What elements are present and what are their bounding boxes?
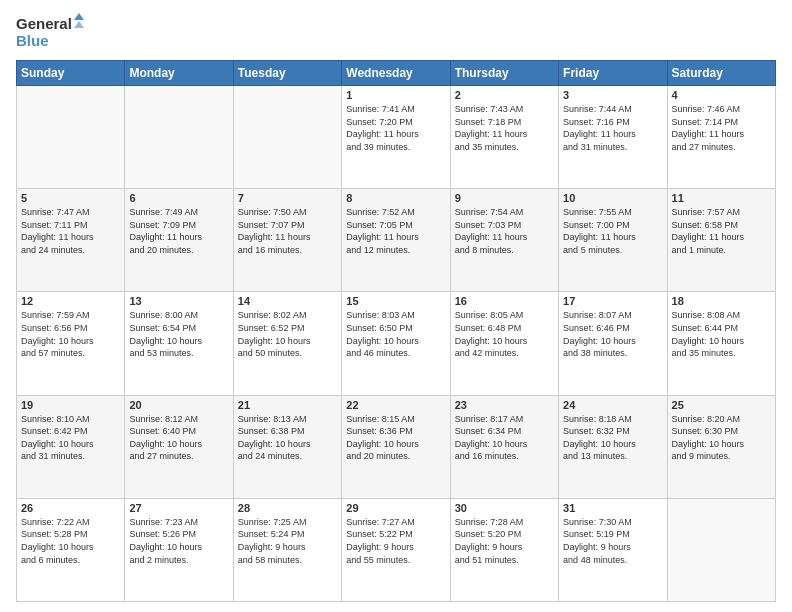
- day-info: Sunrise: 7:46 AM Sunset: 7:14 PM Dayligh…: [672, 103, 771, 153]
- day-number: 22: [346, 399, 445, 411]
- calendar-cell: 1Sunrise: 7:41 AM Sunset: 7:20 PM Daylig…: [342, 86, 450, 189]
- svg-marker-2: [74, 13, 84, 20]
- day-info: Sunrise: 8:07 AM Sunset: 6:46 PM Dayligh…: [563, 309, 662, 359]
- calendar-cell: 20Sunrise: 8:12 AM Sunset: 6:40 PM Dayli…: [125, 395, 233, 498]
- day-number: 5: [21, 192, 120, 204]
- day-info: Sunrise: 7:49 AM Sunset: 7:09 PM Dayligh…: [129, 206, 228, 256]
- calendar-cell: [667, 498, 775, 601]
- weekday-header-sunday: Sunday: [17, 61, 125, 86]
- calendar-cell: [125, 86, 233, 189]
- day-info: Sunrise: 7:44 AM Sunset: 7:16 PM Dayligh…: [563, 103, 662, 153]
- day-info: Sunrise: 7:54 AM Sunset: 7:03 PM Dayligh…: [455, 206, 554, 256]
- day-info: Sunrise: 8:12 AM Sunset: 6:40 PM Dayligh…: [129, 413, 228, 463]
- weekday-header-tuesday: Tuesday: [233, 61, 341, 86]
- calendar-cell: 19Sunrise: 8:10 AM Sunset: 6:42 PM Dayli…: [17, 395, 125, 498]
- calendar-cell: 28Sunrise: 7:25 AM Sunset: 5:24 PM Dayli…: [233, 498, 341, 601]
- calendar-cell: 14Sunrise: 8:02 AM Sunset: 6:52 PM Dayli…: [233, 292, 341, 395]
- day-info: Sunrise: 7:22 AM Sunset: 5:28 PM Dayligh…: [21, 516, 120, 566]
- calendar-cell: 4Sunrise: 7:46 AM Sunset: 7:14 PM Daylig…: [667, 86, 775, 189]
- calendar-table: SundayMondayTuesdayWednesdayThursdayFrid…: [16, 60, 776, 602]
- calendar-week-row: 26Sunrise: 7:22 AM Sunset: 5:28 PM Dayli…: [17, 498, 776, 601]
- calendar-cell: 11Sunrise: 7:57 AM Sunset: 6:58 PM Dayli…: [667, 189, 775, 292]
- svg-text:General: General: [16, 15, 72, 32]
- day-number: 18: [672, 295, 771, 307]
- calendar-cell: 10Sunrise: 7:55 AM Sunset: 7:00 PM Dayli…: [559, 189, 667, 292]
- calendar-week-row: 1Sunrise: 7:41 AM Sunset: 7:20 PM Daylig…: [17, 86, 776, 189]
- calendar-cell: 25Sunrise: 8:20 AM Sunset: 6:30 PM Dayli…: [667, 395, 775, 498]
- header: General Blue: [16, 12, 776, 52]
- day-number: 17: [563, 295, 662, 307]
- day-number: 12: [21, 295, 120, 307]
- calendar-cell: [17, 86, 125, 189]
- day-number: 25: [672, 399, 771, 411]
- day-info: Sunrise: 7:30 AM Sunset: 5:19 PM Dayligh…: [563, 516, 662, 566]
- day-number: 30: [455, 502, 554, 514]
- day-number: 6: [129, 192, 228, 204]
- day-info: Sunrise: 8:18 AM Sunset: 6:32 PM Dayligh…: [563, 413, 662, 463]
- day-info: Sunrise: 8:02 AM Sunset: 6:52 PM Dayligh…: [238, 309, 337, 359]
- calendar-cell: 22Sunrise: 8:15 AM Sunset: 6:36 PM Dayli…: [342, 395, 450, 498]
- page: General Blue SundayMondayTuesdayWednesda…: [0, 0, 792, 612]
- day-info: Sunrise: 7:28 AM Sunset: 5:20 PM Dayligh…: [455, 516, 554, 566]
- day-number: 19: [21, 399, 120, 411]
- day-number: 21: [238, 399, 337, 411]
- day-number: 23: [455, 399, 554, 411]
- day-number: 3: [563, 89, 662, 101]
- calendar-cell: 13Sunrise: 8:00 AM Sunset: 6:54 PM Dayli…: [125, 292, 233, 395]
- calendar-cell: 7Sunrise: 7:50 AM Sunset: 7:07 PM Daylig…: [233, 189, 341, 292]
- calendar-cell: 18Sunrise: 8:08 AM Sunset: 6:44 PM Dayli…: [667, 292, 775, 395]
- calendar-week-row: 12Sunrise: 7:59 AM Sunset: 6:56 PM Dayli…: [17, 292, 776, 395]
- calendar-cell: 29Sunrise: 7:27 AM Sunset: 5:22 PM Dayli…: [342, 498, 450, 601]
- weekday-header-monday: Monday: [125, 61, 233, 86]
- svg-marker-3: [74, 21, 84, 28]
- calendar-cell: 12Sunrise: 7:59 AM Sunset: 6:56 PM Dayli…: [17, 292, 125, 395]
- logo-svg: General Blue: [16, 12, 86, 52]
- day-info: Sunrise: 8:05 AM Sunset: 6:48 PM Dayligh…: [455, 309, 554, 359]
- logo: General Blue: [16, 12, 86, 52]
- day-number: 1: [346, 89, 445, 101]
- day-number: 20: [129, 399, 228, 411]
- day-number: 15: [346, 295, 445, 307]
- day-info: Sunrise: 7:41 AM Sunset: 7:20 PM Dayligh…: [346, 103, 445, 153]
- calendar-cell: 26Sunrise: 7:22 AM Sunset: 5:28 PM Dayli…: [17, 498, 125, 601]
- day-info: Sunrise: 8:10 AM Sunset: 6:42 PM Dayligh…: [21, 413, 120, 463]
- day-number: 13: [129, 295, 228, 307]
- calendar-cell: 9Sunrise: 7:54 AM Sunset: 7:03 PM Daylig…: [450, 189, 558, 292]
- calendar-cell: 16Sunrise: 8:05 AM Sunset: 6:48 PM Dayli…: [450, 292, 558, 395]
- day-number: 4: [672, 89, 771, 101]
- day-info: Sunrise: 7:55 AM Sunset: 7:00 PM Dayligh…: [563, 206, 662, 256]
- day-info: Sunrise: 7:57 AM Sunset: 6:58 PM Dayligh…: [672, 206, 771, 256]
- day-info: Sunrise: 8:20 AM Sunset: 6:30 PM Dayligh…: [672, 413, 771, 463]
- day-info: Sunrise: 7:25 AM Sunset: 5:24 PM Dayligh…: [238, 516, 337, 566]
- calendar-cell: 3Sunrise: 7:44 AM Sunset: 7:16 PM Daylig…: [559, 86, 667, 189]
- day-info: Sunrise: 8:00 AM Sunset: 6:54 PM Dayligh…: [129, 309, 228, 359]
- day-number: 27: [129, 502, 228, 514]
- day-info: Sunrise: 7:23 AM Sunset: 5:26 PM Dayligh…: [129, 516, 228, 566]
- day-number: 24: [563, 399, 662, 411]
- calendar-cell: 5Sunrise: 7:47 AM Sunset: 7:11 PM Daylig…: [17, 189, 125, 292]
- day-info: Sunrise: 7:43 AM Sunset: 7:18 PM Dayligh…: [455, 103, 554, 153]
- day-number: 29: [346, 502, 445, 514]
- calendar-cell: 6Sunrise: 7:49 AM Sunset: 7:09 PM Daylig…: [125, 189, 233, 292]
- day-info: Sunrise: 7:59 AM Sunset: 6:56 PM Dayligh…: [21, 309, 120, 359]
- calendar-week-row: 19Sunrise: 8:10 AM Sunset: 6:42 PM Dayli…: [17, 395, 776, 498]
- day-info: Sunrise: 7:50 AM Sunset: 7:07 PM Dayligh…: [238, 206, 337, 256]
- day-number: 9: [455, 192, 554, 204]
- day-info: Sunrise: 7:52 AM Sunset: 7:05 PM Dayligh…: [346, 206, 445, 256]
- day-number: 11: [672, 192, 771, 204]
- day-number: 10: [563, 192, 662, 204]
- calendar-cell: 23Sunrise: 8:17 AM Sunset: 6:34 PM Dayli…: [450, 395, 558, 498]
- day-info: Sunrise: 8:13 AM Sunset: 6:38 PM Dayligh…: [238, 413, 337, 463]
- calendar-cell: [233, 86, 341, 189]
- calendar-cell: 15Sunrise: 8:03 AM Sunset: 6:50 PM Dayli…: [342, 292, 450, 395]
- weekday-header-friday: Friday: [559, 61, 667, 86]
- day-info: Sunrise: 7:47 AM Sunset: 7:11 PM Dayligh…: [21, 206, 120, 256]
- day-number: 7: [238, 192, 337, 204]
- calendar-cell: 21Sunrise: 8:13 AM Sunset: 6:38 PM Dayli…: [233, 395, 341, 498]
- calendar-cell: 24Sunrise: 8:18 AM Sunset: 6:32 PM Dayli…: [559, 395, 667, 498]
- weekday-header-thursday: Thursday: [450, 61, 558, 86]
- svg-text:Blue: Blue: [16, 32, 49, 49]
- day-number: 8: [346, 192, 445, 204]
- calendar-cell: 17Sunrise: 8:07 AM Sunset: 6:46 PM Dayli…: [559, 292, 667, 395]
- day-number: 14: [238, 295, 337, 307]
